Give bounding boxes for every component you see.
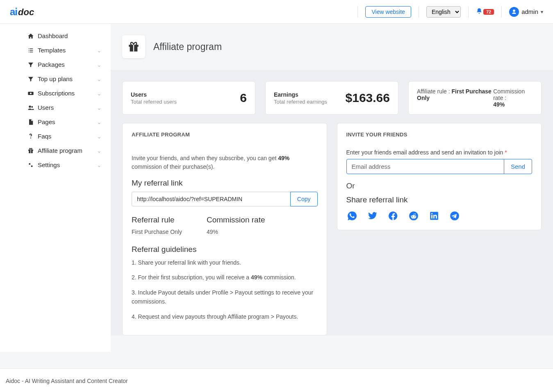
stat-users: Users Total referred users 6 (122, 81, 255, 115)
money-icon (27, 90, 34, 97)
linkedin-icon[interactable] (428, 210, 440, 222)
reddit-icon[interactable] (408, 210, 419, 222)
chevron-down-icon: ⌄ (97, 104, 102, 111)
commission-label: Commission rate : (493, 88, 533, 101)
divider (419, 6, 419, 18)
question-icon (27, 133, 34, 140)
sidebar-item-label: Subscriptions (38, 90, 75, 97)
view-website-button[interactable]: View website (365, 6, 411, 18)
stat-value: 6 (240, 91, 247, 105)
stat-rule: Affiliate rule : First Purchase Only Com… (408, 81, 542, 115)
rule-label: Affiliate rule : (417, 88, 452, 95)
commission-rate-value: 49% (207, 229, 265, 235)
gift-icon (122, 35, 145, 58)
sidebar-item-label: Pages (38, 118, 55, 125)
chevron-down-icon: ⌄ (97, 90, 102, 97)
svg-point-2 (29, 105, 31, 107)
email-field[interactable] (346, 159, 504, 174)
invite-group: Send (346, 159, 533, 174)
chevron-down-icon: ⌄ (97, 61, 102, 68)
commission-rate-heading: Commission rate (207, 215, 265, 224)
user-menu[interactable]: admin ▾ (509, 7, 543, 17)
sidebar-item-label: Templates (38, 47, 66, 54)
sidebar-item-faqs[interactable]: Faqs ⌄ (0, 129, 111, 143)
sidebar-item-subscriptions[interactable]: Subscriptions ⌄ (0, 86, 111, 100)
affiliate-panel: AFFILIATE PROGRAM Invite your friends, a… (122, 123, 327, 335)
footer: Aidoc - AI Writing Assistant and Content… (0, 368, 553, 392)
invite-label: Enter your friends email address and sen… (346, 149, 533, 156)
svg-point-9 (29, 163, 30, 165)
logo-ai: ai (10, 6, 17, 18)
sidebar-item-label: Affiliate program (38, 147, 82, 154)
username-label: admin (521, 8, 538, 15)
panels: AFFILIATE PROGRAM Invite your friends, a… (122, 123, 542, 335)
copy-button[interactable]: Copy (290, 192, 318, 206)
page-title: Affiliate program (153, 41, 222, 52)
referral-rule-value: First Purchase Only (132, 229, 182, 235)
facebook-icon[interactable] (387, 210, 399, 222)
filter-icon (27, 76, 34, 82)
svg-rect-13 (133, 45, 134, 51)
referral-link-heading: My referral link (132, 179, 318, 188)
stat-label: Users (131, 91, 177, 98)
stats-row: Users Total referred users 6 Earnings To… (122, 70, 542, 115)
page-header: Affiliate program (111, 24, 553, 70)
share-heading: Share referral link (346, 195, 533, 204)
bell-icon (476, 8, 482, 16)
stat-value: $163.66 (346, 91, 390, 105)
svg-point-8 (31, 148, 32, 150)
svg-point-3 (31, 106, 33, 108)
gift-icon (27, 147, 34, 154)
sidebar-item-label: Packages (38, 61, 65, 68)
sidebar-item-label: Dashboard (38, 32, 68, 39)
page-icon (27, 119, 34, 125)
rule-commission-row: Referral rule First Purchase Only Commis… (132, 215, 318, 235)
sidebar-item-templates[interactable]: Templates ⌄ (0, 43, 111, 57)
panel-title: INVITE YOUR FRIENDS (346, 131, 533, 138)
sidebar-item-label: Users (38, 104, 54, 111)
sidebar-item-pages[interactable]: Pages ⌄ (0, 115, 111, 129)
telegram-icon[interactable] (449, 210, 460, 222)
chevron-down-icon: ▾ (541, 9, 543, 15)
svg-rect-6 (30, 150, 31, 153)
sidebar-item-packages[interactable]: Packages ⌄ (0, 57, 111, 72)
users-icon (27, 104, 34, 111)
sidebar-item-topup[interactable]: Top up plans ⌄ (0, 72, 111, 86)
logo-doc: doc (18, 7, 34, 18)
main: Affiliate program Users Total referred u… (111, 24, 553, 352)
guideline-3: 3. Include Payout details under Profile … (132, 288, 318, 306)
logo[interactable]: ai doc (10, 6, 34, 18)
gear-icon (27, 162, 34, 168)
sidebar-item-users[interactable]: Users ⌄ (0, 100, 111, 115)
chevron-down-icon: ⌄ (97, 147, 102, 154)
referral-link-input[interactable] (132, 192, 291, 206)
guideline-2: 2. For their first subscription, you wil… (132, 273, 318, 282)
sidebar-item-affiliate[interactable]: Affiliate program ⌄ (0, 143, 111, 158)
notifications-button[interactable]: 72 (476, 8, 494, 16)
chevron-down-icon: ⌄ (97, 162, 102, 168)
stat-label: Earnings (274, 91, 327, 98)
language-select[interactable]: English (426, 6, 461, 18)
notification-badge: 72 (483, 9, 494, 15)
divider (468, 6, 469, 18)
layout: Dashboard Templates ⌄ Packages ⌄ Top up … (0, 24, 553, 352)
home-icon (27, 33, 34, 39)
divider (501, 6, 502, 18)
chevron-down-icon: ⌄ (97, 119, 102, 125)
required-mark: * (505, 149, 507, 156)
whatsapp-icon[interactable] (346, 210, 358, 222)
sidebar: Dashboard Templates ⌄ Packages ⌄ Top up … (0, 24, 111, 352)
sidebar-item-label: Top up plans (38, 75, 73, 82)
stat-sub: Total referred earnings (274, 99, 327, 105)
avatar-icon (509, 7, 519, 17)
sidebar-item-dashboard[interactable]: Dashboard (0, 29, 111, 43)
header: ai doc View website English 72 admin ▾ (0, 0, 553, 24)
affiliate-description: Invite your friends, and when they subsc… (132, 154, 318, 171)
svg-point-7 (30, 148, 31, 150)
stat-sub: Total referred users (131, 99, 177, 105)
sidebar-item-settings[interactable]: Settings ⌄ (0, 158, 111, 172)
guidelines-heading: Referral guidelines (132, 245, 318, 254)
twitter-icon[interactable] (367, 210, 378, 222)
svg-point-1 (30, 93, 32, 94)
send-button[interactable]: Send (504, 159, 532, 174)
